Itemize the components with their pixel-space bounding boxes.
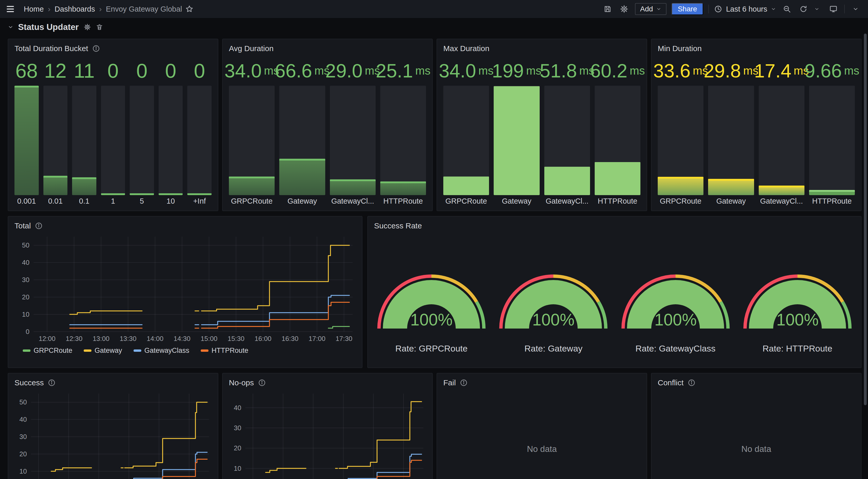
grid: 0102030405012:0012:3013:0013:3014:0014:3…: [22, 237, 352, 342]
bar-gauge-value: 12: [43, 56, 68, 86]
bar-gauge-bar[interactable]: 9.66msHTTPRoute: [809, 56, 855, 207]
gauge-value: 100%: [654, 310, 697, 329]
row-collapse-chevron-icon[interactable]: [8, 24, 13, 30]
zoom-out-icon[interactable]: [781, 3, 793, 15]
share-button[interactable]: Share: [672, 3, 704, 15]
bar-gauge-bar[interactable]: 29.8msGateway: [708, 56, 754, 207]
bar-gauge-bar[interactable]: 010: [159, 56, 183, 207]
bar-gauge-bar[interactable]: 60.2msHTTPRoute: [595, 56, 641, 207]
bar-gauge-bar[interactable]: 34.0msGRPCRoute: [443, 56, 489, 207]
panel-total: Total 0102030405012:0012:3013:0013:3014:…: [8, 216, 363, 368]
info-icon[interactable]: [92, 45, 100, 53]
bar-gauge-bar[interactable]: 199msGateway: [494, 56, 539, 207]
breadcrumb-current: Envoy Gateway Global: [106, 5, 182, 13]
refresh-interval-chevron-icon[interactable]: [811, 3, 823, 15]
row-title[interactable]: Status Updater: [18, 22, 79, 32]
panel-title[interactable]: Success: [14, 378, 44, 387]
x-axis-tick: 14:00: [147, 335, 163, 342]
toolbar-divider: [844, 5, 845, 13]
series-line-GRPCRoute: [328, 327, 349, 328]
bar-gauge-bar[interactable]: 05: [130, 56, 154, 207]
menu-toggle-icon[interactable]: [7, 3, 18, 15]
bar-gauge-bar[interactable]: 0+Inf: [187, 56, 212, 207]
breadcrumb-home[interactable]: Home: [24, 5, 44, 13]
time-series-plot[interactable]: 01020304012:0013:0014:0015:0016:0017:00: [229, 388, 427, 479]
bar-gauge-bar[interactable]: 66.6msGateway: [279, 56, 325, 207]
bar-gauge-value: 68: [14, 56, 39, 86]
info-icon[interactable]: [258, 379, 266, 387]
bar-gauge-track: [101, 86, 125, 195]
bar-gauge-bar[interactable]: 34.0msGRPCRoute: [229, 56, 275, 207]
breadcrumb: Home › Dashboards › Envoy Gateway Global: [24, 5, 182, 13]
dashboard-settings-gear-icon[interactable]: [618, 3, 630, 15]
bar-gauge-value: 33.6ms: [658, 56, 704, 86]
row-settings-gear-icon[interactable]: [84, 23, 91, 31]
bar-gauge-bar[interactable]: 680.001: [14, 56, 39, 207]
panel-title[interactable]: Min Duration: [658, 44, 702, 53]
panel-success-rate: Success Rate 100%Rate: GRPCRoute100%Rate…: [367, 216, 862, 368]
gauge-group: 100%Rate: GRPCRoute100%Rate: Gateway100%…: [368, 232, 861, 368]
bar-gauge-bar[interactable]: 25.1msHTTPRoute: [380, 56, 426, 207]
info-icon[interactable]: [35, 222, 43, 230]
row-delete-trash-icon[interactable]: [96, 24, 103, 31]
bar-gauge: 680.001120.01110.101050100+Inf: [8, 54, 218, 211]
bar-gauge-bar[interactable]: 120.01: [43, 56, 68, 207]
info-icon[interactable]: [48, 379, 56, 387]
panel-title[interactable]: Max Duration: [443, 44, 489, 53]
bar-gauge-fill: [187, 193, 212, 195]
tv-kiosk-mode-icon[interactable]: [828, 3, 839, 15]
bar-gauge-track: [544, 86, 590, 195]
series-line-Gateway: [266, 402, 422, 472]
bar-gauge-track: [43, 86, 68, 195]
gauge-label: Rate: GatewayClass: [636, 343, 716, 353]
bar-gauge-label: GatewayCl...: [544, 195, 590, 207]
legend-label: HTTPRoute: [212, 347, 249, 354]
bar-gauge-label: Gateway: [279, 195, 325, 207]
legend-swatch: [23, 349, 30, 352]
legend-item-GatewayClass[interactable]: GatewayClass: [133, 347, 189, 354]
bar-gauge-track: [130, 86, 154, 195]
panel-title[interactable]: Success Rate: [374, 221, 422, 230]
save-dashboard-icon[interactable]: [602, 3, 613, 15]
legend-item-GRPCRoute[interactable]: GRPCRoute: [23, 347, 72, 354]
favorite-star-icon[interactable]: [184, 3, 195, 15]
gauge-rate-grpcroute: 100%Rate: GRPCRoute: [370, 240, 492, 361]
panel-title[interactable]: Total Duration Bucket: [14, 44, 88, 53]
bar-gauge-fill: [658, 177, 704, 195]
bar-gauge-bar[interactable]: 17.4msGatewayCl...: [759, 56, 804, 207]
time-range-picker[interactable]: Last 6 hours: [714, 5, 776, 13]
panel-success: Success 0102030405012:0013:0014:0015:001…: [8, 373, 218, 479]
y-axis-tick: 40: [22, 259, 29, 266]
breadcrumb-separator: ›: [99, 5, 102, 13]
bar-gauge-bar[interactable]: 29.0msGatewayCl...: [330, 56, 376, 207]
panel-title[interactable]: Avg Duration: [229, 44, 274, 53]
bar-gauge-bar[interactable]: 51.8msGatewayCl...: [544, 56, 590, 207]
legend-item-HTTPRoute[interactable]: HTTPRoute: [201, 347, 249, 354]
bar-gauge-bar[interactable]: 110.1: [72, 56, 96, 207]
toolbar-collapse-chevron-icon[interactable]: [850, 3, 861, 15]
bar-gauge-label: GRPCRoute: [229, 195, 275, 207]
x-axis-tick: 17:30: [336, 335, 352, 342]
bar-gauge-value: 34.0ms: [443, 56, 489, 86]
time-series-plot[interactable]: 0102030405012:0013:0014:0015:0016:0017:0…: [14, 388, 213, 479]
add-button[interactable]: Add: [635, 3, 666, 15]
x-axis-tick: 12:30: [66, 335, 83, 342]
bar-gauge-bar[interactable]: 33.6msGRPCRoute: [658, 56, 704, 207]
page-scrollbar-thumb[interactable]: [864, 34, 867, 405]
y-axis-tick: 20: [20, 450, 27, 458]
refresh-icon[interactable]: [798, 3, 809, 15]
x-axis-tick: 13:00: [93, 335, 110, 342]
y-axis-tick: 30: [20, 433, 27, 441]
toolbar-actions: Add Share Last 6 hours: [602, 3, 861, 15]
panel-title[interactable]: No-ops: [229, 378, 254, 387]
breadcrumb-dashboards[interactable]: Dashboards: [55, 5, 95, 13]
series-line-GatewayClass: [70, 296, 349, 325]
time-series-plot[interactable]: 0102030405012:0012:3013:0013:3014:0014:3…: [14, 232, 357, 344]
bar-gauge: 34.0msGRPCRoute199msGateway51.8msGateway…: [437, 54, 647, 211]
bar-gauge-label: 5: [130, 195, 154, 207]
gauge-arc: 100%: [495, 246, 612, 332]
legend-item-Gateway[interactable]: Gateway: [84, 347, 122, 354]
bar-gauge-bar[interactable]: 01: [101, 56, 125, 207]
bar-gauge-fill: [279, 159, 325, 195]
panel-title[interactable]: Total: [14, 221, 31, 230]
